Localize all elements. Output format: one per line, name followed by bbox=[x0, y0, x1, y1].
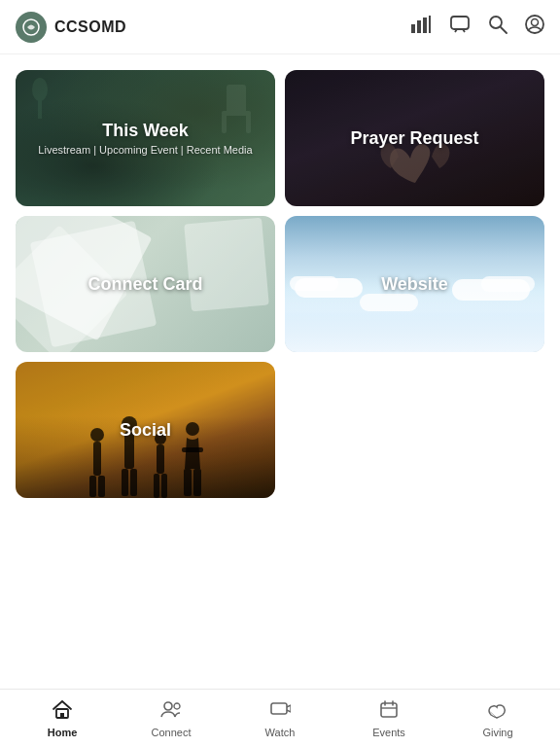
header-left: CCSOMD bbox=[16, 12, 126, 43]
nav-connect[interactable]: Connect bbox=[117, 699, 226, 738]
nav-watch-label: Watch bbox=[265, 727, 296, 738]
social-card[interactable]: Social bbox=[16, 362, 275, 498]
nav-events-label: Events bbox=[372, 727, 405, 738]
chat-icon[interactable] bbox=[449, 15, 471, 39]
website-card[interactable]: Website bbox=[285, 216, 544, 352]
prayer-request-content: Prayer Request bbox=[285, 70, 544, 206]
profile-icon[interactable] bbox=[525, 15, 544, 39]
connect-card-title: Connect Card bbox=[88, 274, 202, 295]
header: CCSOMD bbox=[0, 0, 560, 54]
website-title: Website bbox=[381, 274, 448, 295]
svg-rect-2 bbox=[417, 20, 421, 33]
svg-point-35 bbox=[174, 703, 180, 709]
nav-events[interactable]: Events bbox=[334, 699, 443, 738]
header-actions bbox=[410, 15, 544, 39]
this-week-card[interactable]: This Week Livestream | Upcoming Event | … bbox=[16, 70, 275, 206]
this-week-title: This Week bbox=[102, 121, 189, 141]
events-icon bbox=[379, 699, 399, 724]
nav-home[interactable]: Home bbox=[8, 699, 117, 738]
svg-point-6 bbox=[490, 17, 502, 28]
social-content: Social bbox=[16, 362, 275, 498]
svg-line-7 bbox=[501, 27, 507, 33]
home-icon bbox=[52, 699, 73, 724]
search-icon[interactable] bbox=[488, 15, 508, 39]
connect-icon bbox=[159, 699, 183, 724]
svg-rect-5 bbox=[451, 17, 469, 29]
svg-rect-33 bbox=[60, 713, 64, 718]
this-week-subtitle: Livestream | Upcoming Event | Recent Med… bbox=[38, 144, 252, 156]
connect-card-card[interactable]: Connect Card bbox=[16, 216, 275, 352]
giving-icon bbox=[487, 699, 508, 724]
svg-point-9 bbox=[532, 19, 539, 26]
svg-point-34 bbox=[164, 702, 172, 710]
prayer-request-title: Prayer Request bbox=[350, 128, 478, 149]
prayer-request-card[interactable]: Prayer Request bbox=[285, 70, 544, 206]
svg-rect-1 bbox=[411, 24, 415, 33]
bar-chart-icon[interactable] bbox=[410, 15, 432, 39]
logo bbox=[16, 12, 47, 43]
website-content: Website bbox=[285, 216, 544, 352]
nav-watch[interactable]: Watch bbox=[226, 699, 334, 738]
connect-card-content: Connect Card bbox=[16, 216, 275, 352]
bottom-nav: Home Connect Watch bbox=[0, 689, 560, 747]
nav-connect-label: Connect bbox=[152, 727, 192, 738]
svg-rect-37 bbox=[381, 703, 397, 717]
this-week-content: This Week Livestream | Upcoming Event | … bbox=[16, 70, 275, 206]
app-title: CCSOMD bbox=[54, 18, 126, 36]
svg-rect-4 bbox=[429, 16, 431, 33]
watch-icon bbox=[269, 699, 291, 724]
svg-rect-3 bbox=[423, 18, 427, 33]
nav-home-label: Home bbox=[48, 727, 78, 738]
nav-giving-label: Giving bbox=[482, 727, 512, 738]
svg-rect-36 bbox=[271, 703, 287, 714]
main-grid: This Week Livestream | Upcoming Event | … bbox=[0, 54, 560, 689]
social-title: Social bbox=[120, 420, 171, 441]
nav-giving[interactable]: Giving bbox=[443, 699, 552, 738]
